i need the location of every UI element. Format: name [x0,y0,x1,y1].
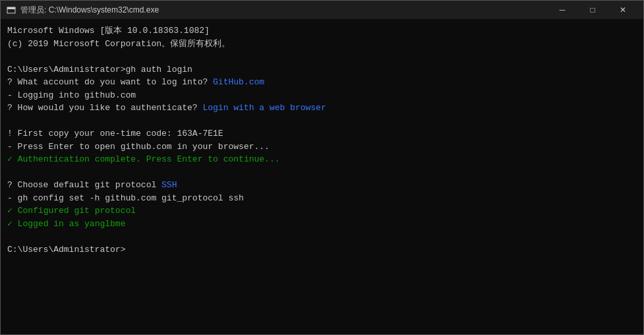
ssh-link: SSH [161,180,177,190]
terminal-line: ✓ Authentication complete. Press Enter t… [7,153,637,166]
terminal-line: ✓ Logged in as yanglbme [7,218,637,231]
terminal-line: - Press Enter to open github.com in your… [7,140,637,154]
terminal-line: ✓ Configured git protocol [7,204,637,218]
terminal-line [7,115,637,128]
window-title: 管理员: C:\Windows\system32\cmd.exe [20,5,547,16]
minimize-button[interactable]: ─ [547,1,577,19]
terminal-line: ? How would you like to authenticate? Lo… [7,102,637,115]
terminal-line [7,166,637,179]
title-bar: 管理员: C:\Windows\system32\cmd.exe ─ □ ✕ [1,1,643,19]
terminal-line: - gh config set -h github.com git_protoc… [7,192,637,205]
svg-rect-1 [7,7,15,9]
terminal-line: - Logging into github.com [7,89,637,102]
cmd-window: 管理员: C:\Windows\system32\cmd.exe ─ □ ✕ M… [0,0,644,335]
close-button[interactable]: ✕ [608,1,638,19]
maximize-button[interactable]: □ [577,1,608,19]
terminal-line: Microsoft Windows [版本 10.0.18363.1082] [7,24,637,38]
terminal-body[interactable]: Microsoft Windows [版本 10.0.18363.1082] (… [1,19,643,334]
terminal-line: C:\Users\Administrator> [7,243,637,257]
window-icon [6,5,16,15]
terminal-line [7,230,637,243]
terminal-line: C:\Users\Administrator>gh auth login [7,63,637,76]
terminal-line [7,50,637,63]
window-controls: ─ □ ✕ [547,1,638,19]
terminal-line: ! First copy your one-time code: 163A-7E… [7,127,637,140]
terminal-line: ? What account do you want to log into? … [7,76,637,89]
github-link: GitHub.com [213,77,264,87]
terminal-line: (c) 2019 Microsoft Corporation。保留所有权利。 [7,38,637,51]
terminal-line: ? Choose default git protocol SSH [7,179,637,192]
auth-method-link: Login with a web browser [202,103,326,113]
